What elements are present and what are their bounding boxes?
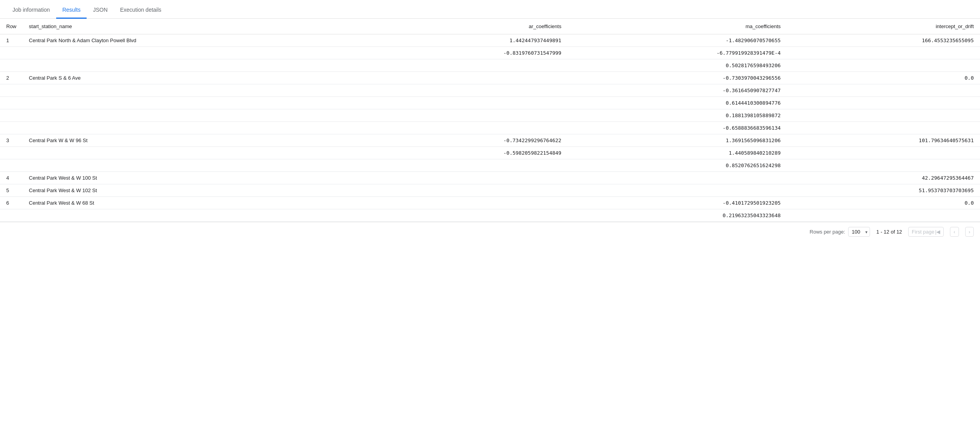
cell-intercept (787, 209, 980, 222)
table-row: -0.59820598221548491.440589840210289 (0, 147, 980, 159)
cell-ar-coeff: 1.442447937449891 (366, 34, 568, 47)
cell-ar-coeff (366, 172, 568, 184)
tab-execution-details[interactable]: Execution details (114, 2, 168, 19)
cell-ma-coeff: -0.4101729501923205 (568, 197, 787, 209)
prev-icon: ‹ (953, 229, 955, 235)
cell-ar-coeff (366, 197, 568, 209)
cell-intercept: 0.0 (787, 72, 980, 84)
table-row: -0.6588836683596134 (0, 122, 980, 134)
first-page-button[interactable]: First page |◀ (908, 227, 944, 237)
cell-ma-coeff: 0.21963235043323648 (568, 209, 787, 222)
cell-intercept (787, 84, 980, 97)
table-row: 6Central Park West & W 68 St-0.410172950… (0, 197, 980, 209)
tab-results[interactable]: Results (56, 2, 87, 19)
cell-row-num: 1 (0, 34, 23, 47)
cell-station-name: Central Park S & 6 Ave (23, 72, 366, 84)
cell-station-name (23, 47, 366, 59)
cell-ar-coeff (366, 109, 568, 122)
cell-row-num (0, 109, 23, 122)
cell-intercept: 51.953703703703695 (787, 184, 980, 197)
cell-station-name (23, 159, 366, 172)
cell-station-name: Central Park North & Adam Clayton Powell… (23, 34, 366, 47)
table-row: 0.21963235043323648 (0, 209, 980, 222)
table-container: Rowstart_station_namear_coefficientsma_c… (0, 19, 980, 222)
next-page-button[interactable]: › (965, 227, 974, 237)
table-row: 2Central Park S & 6 Ave-0.73039700432965… (0, 72, 980, 84)
cell-row-num: 6 (0, 197, 23, 209)
table-row: 0.8520762651624298 (0, 159, 980, 172)
cell-station-name: Central Park West & W 100 St (23, 172, 366, 184)
col-header-intercept_or_drift: intercept_or_drift (787, 19, 980, 34)
cell-intercept: 101.79634640575631 (787, 134, 980, 147)
cell-ar-coeff (366, 59, 568, 72)
cell-ma-coeff: 0.6144410300894776 (568, 97, 787, 109)
cell-station-name (23, 209, 366, 222)
page-info: 1 - 12 of 12 (876, 229, 902, 235)
cell-ar-coeff (366, 84, 568, 97)
col-header-start_station_name: start_station_name (23, 19, 366, 34)
footer: Rows per page: 102550100 1 - 12 of 12 Fi… (0, 222, 980, 241)
tabs-container: Job informationResultsJSONExecution deta… (0, 0, 980, 19)
table-row: 0.6144410300894776 (0, 97, 980, 109)
cell-station-name (23, 147, 366, 159)
cell-row-num (0, 122, 23, 134)
cell-intercept (787, 122, 980, 134)
cell-ar-coeff (366, 209, 568, 222)
table-row: 0.1881398105889872 (0, 109, 980, 122)
tab-json[interactable]: JSON (87, 2, 114, 19)
cell-ar-coeff (366, 122, 568, 134)
cell-row-num (0, 159, 23, 172)
cell-row-num (0, 47, 23, 59)
cell-ma-coeff: 0.1881398105889872 (568, 109, 787, 122)
table-row: 0.5028176598493206 (0, 59, 980, 72)
cell-station-name (23, 109, 366, 122)
col-header-row: Row (0, 19, 23, 34)
cell-ma-coeff: -0.7303970043296556 (568, 72, 787, 84)
cell-row-num (0, 97, 23, 109)
cell-ma-coeff: 1.440589840210289 (568, 147, 787, 159)
rows-per-page-container: Rows per page: 102550100 (810, 227, 870, 237)
cell-ma-coeff: -0.3616450907827747 (568, 84, 787, 97)
table-row: 3Central Park W & W 96 St-0.734229929676… (0, 134, 980, 147)
table-row: 1Central Park North & Adam Clayton Powel… (0, 34, 980, 47)
cell-station-name (23, 97, 366, 109)
cell-row-num: 5 (0, 184, 23, 197)
cell-intercept (787, 159, 980, 172)
cell-row-num (0, 147, 23, 159)
cell-ar-coeff (366, 97, 568, 109)
cell-intercept (787, 47, 980, 59)
cell-row-num: 4 (0, 172, 23, 184)
table-row: -0.8319760731547999-6.779919928391479E-4 (0, 47, 980, 59)
col-header-ar_coefficients: ar_coefficients (366, 19, 568, 34)
cell-ma-coeff: -6.779919928391479E-4 (568, 47, 787, 59)
cell-ar-coeff: -0.5982059822154849 (366, 147, 568, 159)
prev-page-button[interactable]: ‹ (950, 227, 959, 237)
cell-row-num (0, 59, 23, 72)
cell-intercept (787, 147, 980, 159)
rows-per-page-select[interactable]: 102550100 (848, 227, 870, 237)
cell-station-name: Central Park W & W 96 St (23, 134, 366, 147)
cell-ma-coeff: -0.6588836683596134 (568, 122, 787, 134)
table-row: 5Central Park West & W 102 St51.95370370… (0, 184, 980, 197)
cell-station-name: Central Park West & W 102 St (23, 184, 366, 197)
cell-ar-coeff (366, 72, 568, 84)
cell-ma-coeff (568, 172, 787, 184)
tab-job-information[interactable]: Job information (6, 2, 56, 19)
table-header-row: Rowstart_station_namear_coefficientsma_c… (0, 19, 980, 34)
cell-row-num: 2 (0, 72, 23, 84)
cell-intercept: 166.4553235655095 (787, 34, 980, 47)
cell-station-name (23, 122, 366, 134)
cell-station-name (23, 84, 366, 97)
cell-ma-coeff: 0.5028176598493206 (568, 59, 787, 72)
rows-per-page-select-wrapper: 102550100 (848, 227, 870, 237)
first-page-icon: |◀ (935, 229, 940, 235)
cell-intercept (787, 97, 980, 109)
cell-intercept (787, 59, 980, 72)
cell-intercept: 42.29647295364467 (787, 172, 980, 184)
cell-station-name (23, 59, 366, 72)
cell-row-num: 3 (0, 134, 23, 147)
rows-per-page-label: Rows per page: (810, 229, 845, 235)
cell-intercept: 0.0 (787, 197, 980, 209)
cell-row-num (0, 84, 23, 97)
cell-ar-coeff (366, 159, 568, 172)
